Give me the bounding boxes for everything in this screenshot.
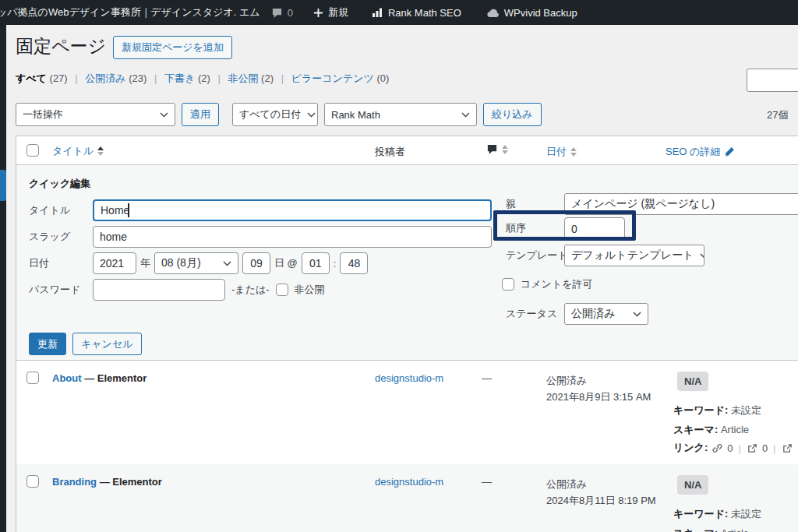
- comment-bubble-icon: [486, 143, 498, 155]
- allow-comments-row: コメントを許可: [502, 277, 593, 291]
- chart-icon: [372, 7, 383, 18]
- seo-score-badge: N/A: [677, 372, 708, 391]
- view-published-link[interactable]: 公開済み: [85, 72, 125, 84]
- cloud-icon: [486, 8, 500, 18]
- filter-button[interactable]: 絞り込み: [483, 103, 542, 126]
- sort-icon: [97, 146, 104, 156]
- table-row: About — Elementor designstudio-m — 公開済み2…: [16, 361, 798, 464]
- table-row: Branding — Elementor designstudio-m — 公開…: [16, 464, 798, 532]
- plus-icon: [313, 8, 323, 18]
- sort-icon: [570, 147, 577, 157]
- update-button[interactable]: 更新: [29, 333, 66, 355]
- row-date: 公開済み2024年8月11日 8:19 PM: [546, 476, 656, 509]
- view-pillar-link[interactable]: ピラーコンテンツ: [291, 72, 374, 84]
- seo-schema: スキーマ: Article: [673, 527, 749, 532]
- minute-field[interactable]: [340, 252, 368, 274]
- date-label: 日付: [29, 252, 91, 274]
- admin-menu-collapsed[interactable]: [0, 25, 6, 532]
- title-label: タイトル: [29, 199, 91, 221]
- seo-score-badge: N/A: [677, 475, 708, 495]
- item-count: 27個: [767, 108, 788, 122]
- view-private-link[interactable]: 非公開: [228, 72, 258, 84]
- author-link[interactable]: designstudio-m: [375, 476, 443, 488]
- page-title: 固定ページ: [16, 34, 106, 58]
- text-caret: [128, 203, 129, 217]
- active-menu-indicator: [0, 170, 6, 201]
- password-field[interactable]: [93, 279, 225, 301]
- comment-bubble-icon: [271, 7, 283, 19]
- chevron-down-icon: [307, 112, 316, 118]
- row-comments: —: [482, 372, 492, 384]
- search-input[interactable]: [747, 69, 798, 92]
- private-label: 非公開: [295, 283, 325, 297]
- template-label: テンプレート: [506, 245, 568, 266]
- add-new-page-button[interactable]: 新規固定ページを追加: [113, 36, 232, 59]
- table-header-row: タイトル 投稿者 日付 SEO の詳細: [16, 136, 798, 165]
- select-all-checkbox[interactable]: [26, 144, 39, 157]
- row-checkbox[interactable]: [26, 372, 39, 384]
- link-icon[interactable]: [711, 442, 723, 454]
- view-all-link[interactable]: すべて (27): [16, 72, 68, 84]
- page-title-link[interactable]: Branding: [52, 476, 97, 488]
- page-title-link[interactable]: About: [52, 372, 82, 384]
- pages-table: タイトル 投稿者 日付 SEO の詳細 クイック編集 タイトル スラッグ 日付: [16, 136, 798, 532]
- admin-bar: ッパ拠点のWebデザイン事務所｜デザインスタジオ. エム 0 新規 Rank M…: [0, 0, 798, 25]
- column-header-author: 投稿者: [375, 145, 405, 159]
- chevron-down-icon: [160, 112, 168, 118]
- day-field[interactable]: [242, 252, 270, 274]
- rank-math-filter-select[interactable]: Rank Math: [324, 103, 477, 126]
- pencil-icon: [724, 146, 735, 157]
- seo-links: リンク: 0 | 0 |: [673, 441, 793, 455]
- slug-field[interactable]: [93, 226, 492, 248]
- chevron-down-icon: [700, 253, 704, 259]
- seo-keyword: キーワード: 未設定: [673, 403, 761, 417]
- parent-label: 親: [506, 193, 516, 215]
- date-filter-select[interactable]: すべての日付: [232, 103, 318, 126]
- bulk-action-select[interactable]: 一括操作: [16, 103, 175, 126]
- date-fields: 年 08 (8月) 日 @ :: [93, 252, 368, 274]
- row-date: 公開済み2021年8月9日 3:15 AM: [546, 372, 651, 405]
- sort-icon: [502, 145, 508, 154]
- password-label: パスワード: [29, 279, 91, 301]
- external-link-icon[interactable]: [782, 442, 793, 454]
- order-field[interactable]: [564, 217, 625, 240]
- list-toolbar: 一括操作 適用 すべての日付 Rank Math 絞り込み: [16, 103, 542, 126]
- row-title: Branding — Elementor: [52, 476, 162, 488]
- allow-comments-label: コメントを許可: [521, 277, 593, 291]
- parent-select[interactable]: メインページ (親ページなし): [564, 193, 798, 215]
- row-comments: —: [482, 476, 492, 488]
- apply-button[interactable]: 適用: [182, 103, 219, 126]
- view-draft-link[interactable]: 下書き: [164, 72, 195, 84]
- chevron-down-icon: [223, 261, 231, 266]
- admin-bar-comments[interactable]: 0: [271, 7, 293, 19]
- author-link[interactable]: designstudio-m: [375, 372, 443, 384]
- column-header-comments[interactable]: [486, 143, 508, 155]
- cancel-button[interactable]: キャンセル: [72, 333, 142, 355]
- template-select[interactable]: デフォルトテンプレート: [564, 245, 704, 266]
- slug-label: スラッグ: [29, 226, 91, 248]
- status-label: ステータス: [506, 303, 557, 325]
- quick-edit-heading: クイック編集: [29, 177, 90, 191]
- admin-bar-wpvivid[interactable]: WPvivid Backup: [486, 7, 577, 19]
- status-select[interactable]: 公開済み: [564, 303, 648, 325]
- comment-count: 0: [288, 7, 293, 19]
- site-name-link[interactable]: ッパ拠点のWebデザイン事務所｜デザインスタジオ. エム: [0, 5, 260, 19]
- column-header-title[interactable]: タイトル: [52, 144, 104, 158]
- seo-schema: スキーマ: Article: [673, 423, 749, 437]
- month-select[interactable]: 08 (8月): [154, 252, 238, 274]
- admin-bar-new[interactable]: 新規: [313, 5, 348, 19]
- hour-field[interactable]: [302, 252, 330, 274]
- seo-keyword: キーワード: 未設定: [673, 507, 761, 521]
- title-field[interactable]: [93, 199, 492, 221]
- admin-bar-rank-math[interactable]: Rank Math SEO: [372, 7, 461, 19]
- chevron-down-icon: [461, 112, 470, 118]
- quick-edit-panel: クイック編集 タイトル スラッグ 日付 年 08 (8月) 日 @ : パスワー…: [16, 165, 798, 361]
- year-field[interactable]: [93, 252, 136, 274]
- row-checkbox[interactable]: [26, 475, 39, 488]
- private-checkbox[interactable]: [276, 284, 288, 296]
- allow-comments-checkbox[interactable]: [502, 278, 514, 291]
- password-fields: -または- 非公開: [93, 279, 325, 301]
- column-header-seo[interactable]: SEO の詳細: [666, 145, 735, 159]
- column-header-date[interactable]: 日付: [546, 145, 577, 159]
- external-link-icon[interactable]: [747, 442, 758, 454]
